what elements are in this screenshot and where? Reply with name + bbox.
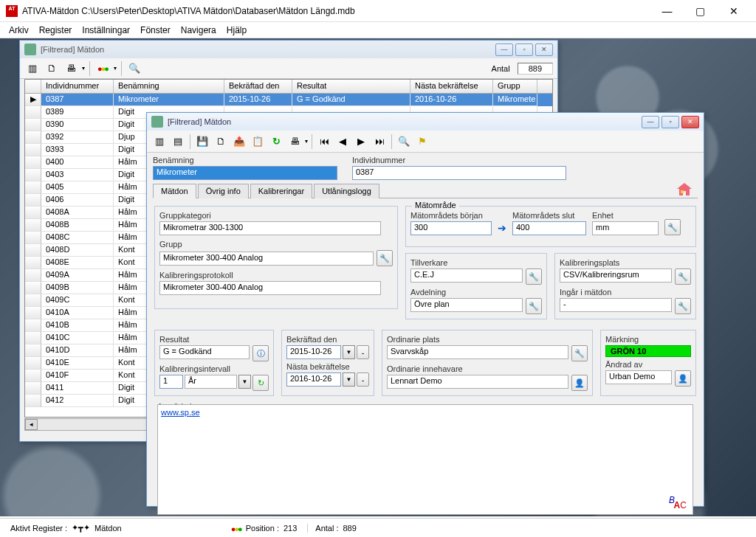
- maximize-button[interactable]: ▢: [684, 1, 717, 21]
- ingar-lookup-icon[interactable]: 🔧: [675, 298, 691, 314]
- kalint-label: Kalibreringsintervall: [159, 364, 269, 373]
- tab-utlaning[interactable]: Utlåningslogg: [314, 184, 379, 198]
- child-close[interactable]: ✕: [681, 116, 699, 128]
- mark-label: Märkning: [605, 335, 691, 344]
- tab-kalibreringar[interactable]: Kalibreringar: [250, 184, 312, 198]
- view-form-icon[interactable]: ▤: [170, 134, 186, 150]
- detail-toolbar: ▥ ▤ 💾 🗋 📤 📋 ↻ 🖶 ▾ ⏮ ◀ ▶ ⏭ 🔍 ⚑: [147, 131, 704, 153]
- child-minimize[interactable]: —: [495, 44, 513, 56]
- child-maximize[interactable]: ▫: [515, 44, 533, 56]
- nav-last-icon[interactable]: ⏭: [371, 134, 388, 150]
- tillv-lookup-icon[interactable]: 🔧: [526, 268, 542, 285]
- grid-window-title: [Filtrerad] Mätdon: [41, 45, 104, 54]
- individ-input[interactable]: 0387: [352, 166, 566, 180]
- scroll-left[interactable]: ◂: [25, 419, 38, 430]
- mb-label: Mätområdets början: [410, 211, 492, 220]
- menu-hjalp[interactable]: Hjälp: [227, 25, 247, 35]
- copy-icon[interactable]: 📋: [250, 134, 266, 150]
- home-icon[interactable]: [676, 181, 693, 198]
- nav-first-icon[interactable]: ⏮: [316, 134, 332, 150]
- new-icon[interactable]: 🗋: [213, 134, 229, 150]
- view-list-icon[interactable]: ▥: [24, 60, 41, 77]
- kalint-unit[interactable]: År: [185, 375, 237, 389]
- kalint-num[interactable]: 1: [159, 375, 183, 389]
- antal-label: Antal: [492, 64, 510, 73]
- col-nasta[interactable]: Nästa bekräftelse: [410, 80, 493, 93]
- close-button[interactable]: ✕: [717, 1, 750, 21]
- grupp-value: Mikrometer 300-400 Analog: [159, 252, 374, 266]
- ordinn-label: Ordinarie innehavare: [387, 364, 588, 373]
- bekr-date-dropdown[interactable]: ▼: [343, 345, 355, 359]
- register-tool-icon: ✦┳✦: [72, 523, 90, 533]
- bekr-clear-icon[interactable]: -: [357, 345, 369, 359]
- traffic-light-icon[interactable]: ●●●: [94, 60, 111, 77]
- app-icon: AT: [6, 5, 18, 17]
- bekr-input[interactable]: 2015-10-26: [286, 345, 341, 359]
- kalint-refresh-icon[interactable]: ↻: [252, 375, 269, 391]
- matomrade-label: Mätområde: [412, 201, 459, 209]
- menu-installningar[interactable]: Inställningar: [82, 25, 130, 35]
- col-resultat[interactable]: Resultat: [292, 80, 410, 93]
- flag-icon[interactable]: ⚑: [414, 134, 430, 150]
- kalint-dropdown[interactable]: ▼: [238, 375, 251, 389]
- menu-register[interactable]: Register: [39, 25, 72, 35]
- print-icon[interactable]: 🖶: [63, 60, 79, 77]
- minimize-button[interactable]: —: [650, 1, 684, 21]
- anmarkningar-textarea[interactable]: www.sp.se BAC: [157, 404, 693, 515]
- nav-next-icon[interactable]: ▶: [353, 134, 369, 150]
- kalplats-value: CSV/Kalibreringsrum: [560, 268, 672, 283]
- nasta-input[interactable]: 2016-10-26: [286, 373, 341, 387]
- avd-lookup-icon[interactable]: 🔧: [526, 298, 542, 314]
- detail-window: [Filtrerad] Mätdon — ▫ ✕ ▥ ▤ 💾 🗋 📤 📋 ↻ 🖶…: [146, 112, 704, 507]
- tab-ovrig[interactable]: Övrig info: [198, 184, 249, 198]
- anm-link[interactable]: www.sp.se: [161, 408, 200, 417]
- new-doc-icon[interactable]: 🗋: [44, 60, 60, 77]
- kalplats-lookup-icon[interactable]: 🔧: [675, 268, 691, 285]
- enhet-value: mm: [592, 221, 659, 235]
- nasta-clear-icon[interactable]: -: [357, 373, 369, 387]
- find-icon[interactable]: 🔍: [396, 134, 412, 150]
- col-benamning[interactable]: Benämning: [114, 80, 224, 93]
- col-grupp[interactable]: Grupp: [493, 80, 537, 93]
- tab-matdon[interactable]: Mätdon: [153, 184, 196, 198]
- resultat-info-icon[interactable]: ⓘ: [252, 345, 269, 361]
- grupp-lookup-icon[interactable]: 🔧: [377, 250, 393, 266]
- mb-input[interactable]: 300: [410, 221, 492, 235]
- gruppkat-label: Gruppkategori: [159, 211, 393, 220]
- menubar: Arkiv Register Inställningar Fönster Nav…: [0, 22, 756, 38]
- menu-arkiv[interactable]: Arkiv: [9, 25, 29, 35]
- svg-text:C: C: [680, 500, 687, 510]
- mark-value: GRÖN 10: [605, 345, 691, 357]
- print-icon[interactable]: 🖶: [286, 134, 303, 150]
- statusbar: Aktivt Register : ✦┳✦ Mätdon ●●● Positio…: [0, 518, 756, 537]
- bekr-label: Bekräftad den: [286, 335, 369, 344]
- aktivt-register-value: Mätdon: [94, 524, 122, 533]
- export-icon[interactable]: 📤: [231, 134, 247, 150]
- child-maximize[interactable]: ▫: [662, 116, 679, 128]
- menu-navigera[interactable]: Navigera: [181, 25, 216, 35]
- menu-fonster[interactable]: Fönster: [140, 25, 171, 35]
- child-close[interactable]: ✕: [535, 44, 553, 56]
- matomrade-lookup-icon[interactable]: 🔧: [664, 219, 681, 235]
- filter-find-icon[interactable]: 🔍: [126, 60, 142, 77]
- save-icon[interactable]: 💾: [194, 134, 210, 150]
- refresh-icon[interactable]: ↻: [268, 134, 284, 150]
- ms-label: Mätområdets slut: [512, 211, 586, 220]
- nasta-date-dropdown[interactable]: ▼: [343, 373, 355, 387]
- spellcheck-icon[interactable]: BAC: [669, 491, 688, 510]
- ordplats-lookup-icon[interactable]: 🔧: [571, 345, 588, 361]
- benamning-input[interactable]: Mikrometer: [153, 166, 337, 180]
- ordinn-value: Lennart Demo: [387, 375, 568, 389]
- andrad-value: Urban Demo: [605, 370, 672, 384]
- view-grid-icon[interactable]: ▥: [151, 134, 168, 150]
- kalplats-label: Kalibreringsplats: [560, 258, 691, 267]
- andrad-person-icon[interactable]: 👤: [675, 370, 691, 387]
- kalpro-label: Kalibreringsprotokoll: [159, 271, 393, 280]
- col-bekraftad[interactable]: Bekräftad den: [224, 80, 292, 93]
- ordinn-person-icon[interactable]: 👤: [571, 375, 588, 391]
- status-antal-label: Antal :: [315, 524, 338, 533]
- col-individnummer[interactable]: Individnummer: [41, 80, 114, 93]
- ms-input[interactable]: 400: [512, 221, 586, 235]
- nav-prev-icon[interactable]: ◀: [334, 134, 351, 150]
- child-minimize[interactable]: —: [642, 116, 659, 128]
